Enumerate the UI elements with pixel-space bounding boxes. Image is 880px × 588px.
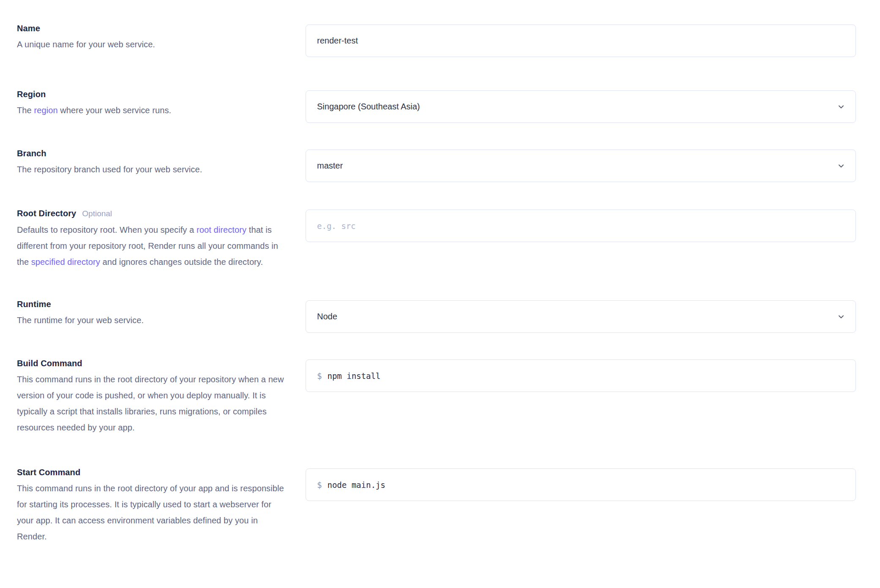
field-label: Branch — [17, 147, 46, 160]
chevron-down-icon — [837, 162, 845, 170]
field-info-root-directory: Root Directory Optional Defaults to repo… — [17, 207, 284, 270]
chevron-down-icon — [837, 313, 845, 321]
field-label: Runtime — [17, 298, 51, 310]
description-text: This command runs in the root directory … — [17, 375, 284, 432]
start-command-field[interactable] — [327, 480, 844, 490]
region-select-value: Singapore (Southeast Asia) — [317, 102, 420, 112]
build-command-field[interactable] — [327, 371, 844, 381]
region-select[interactable]: Singapore (Southeast Asia) — [306, 90, 856, 123]
optional-tag: Optional — [82, 207, 112, 220]
root-directory-input[interactable] — [306, 210, 856, 242]
field-label: Start Command — [17, 466, 80, 479]
field-description: Defaults to repository root. When you sp… — [17, 222, 284, 270]
description-text: This command runs in the root directory … — [17, 484, 284, 541]
field-info-region: Region The region where your web service… — [17, 88, 284, 118]
runtime-select-value: Node — [317, 312, 337, 321]
field-label: Build Command — [17, 357, 82, 370]
field-info-build-command: Build Command This command runs in the r… — [17, 357, 284, 436]
field-description: The runtime for your web service. — [17, 312, 284, 328]
field-row-region: Region The region where your web service… — [17, 88, 880, 123]
chevron-down-icon — [837, 103, 845, 111]
field-info-name: Name A unique name for your web service. — [17, 22, 284, 52]
name-input[interactable] — [306, 24, 856, 57]
field-description: The repository branch used for your web … — [17, 161, 284, 177]
description-link[interactable]: region — [34, 106, 57, 115]
shell-prompt: $ — [317, 480, 322, 490]
field-row-start-command: Start Command This command runs in the r… — [17, 466, 880, 544]
shell-prompt: $ — [317, 371, 322, 381]
description-text: The runtime for your web service. — [17, 316, 144, 325]
field-label: Name — [17, 22, 40, 35]
description-text: A unique name for your web service. — [17, 40, 155, 49]
description-text: and ignores changes outside the director… — [100, 257, 263, 267]
field-label: Region — [17, 88, 46, 101]
field-info-start-command: Start Command This command runs in the r… — [17, 466, 284, 544]
description-link[interactable]: specified directory — [31, 257, 100, 267]
field-label: Root Directory — [17, 207, 76, 220]
field-row-branch: Branch The repository branch used for yo… — [17, 147, 880, 182]
field-row-name: Name A unique name for your web service. — [17, 22, 880, 57]
field-row-root-directory: Root Directory Optional Defaults to repo… — [17, 207, 880, 270]
description-text: Defaults to repository root. When you sp… — [17, 225, 197, 234]
field-row-build-command: Build Command This command runs in the r… — [17, 357, 880, 436]
build-command-input[interactable]: $ — [306, 359, 856, 392]
field-row-runtime: Runtime The runtime for your web service… — [17, 298, 880, 333]
field-description: The region where your web service runs. — [17, 102, 284, 118]
start-command-input[interactable]: $ — [306, 468, 856, 501]
branch-select[interactable]: master — [306, 150, 856, 182]
field-description: This command runs in the root directory … — [17, 480, 284, 544]
web-service-settings-form: Name A unique name for your web service.… — [0, 0, 880, 544]
field-description: A unique name for your web service. — [17, 36, 284, 52]
description-link[interactable]: root directory — [197, 225, 246, 234]
field-info-branch: Branch The repository branch used for yo… — [17, 147, 284, 177]
field-info-runtime: Runtime The runtime for your web service… — [17, 298, 284, 328]
runtime-select[interactable]: Node — [306, 300, 856, 333]
description-text: The repository branch used for your web … — [17, 165, 202, 174]
description-text: The — [17, 106, 34, 115]
branch-select-value: master — [317, 161, 343, 171]
description-text: where your web service runs. — [58, 106, 172, 115]
field-description: This command runs in the root directory … — [17, 371, 284, 436]
